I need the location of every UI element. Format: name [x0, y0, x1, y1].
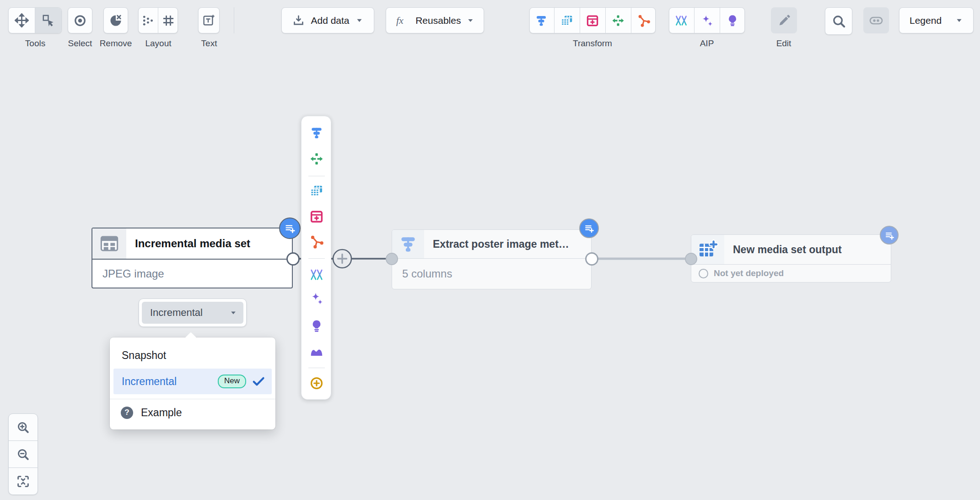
media-icon — [309, 344, 324, 359]
zoom-fit-button[interactable] — [9, 467, 38, 495]
palette-media-button[interactable] — [309, 343, 324, 359]
branch-icon — [637, 14, 651, 27]
menu-item-example[interactable]: ? Example — [110, 399, 275, 426]
aip-suggest-button[interactable] — [720, 8, 745, 33]
reusables-label: Reusables — [415, 15, 461, 26]
node1-icon-cell — [92, 228, 126, 259]
note-add-badge-icon — [884, 230, 895, 241]
node-extract-poster-image[interactable]: Extract poster image met… 5 columns — [392, 229, 592, 289]
transform-palette — [301, 116, 331, 400]
menu-item-snapshot[interactable]: Snapshot — [110, 343, 275, 368]
node2-output-port[interactable] — [585, 252, 598, 266]
node2-header: Extract poster image met… — [392, 230, 591, 259]
reusables-button[interactable]: fx Reusables — [386, 7, 484, 33]
aip-logo-icon — [309, 267, 324, 282]
caret-down-icon — [230, 309, 237, 316]
zoom-in-button[interactable] — [9, 414, 38, 440]
add-column-button[interactable] — [580, 8, 605, 33]
add-data-button[interactable]: Add data — [281, 7, 374, 33]
palette-aip-suggest-button[interactable] — [309, 318, 324, 334]
branch-icon — [309, 234, 324, 249]
menu-item-snapshot-label: Snapshot — [122, 349, 166, 362]
layout-label: Layout — [145, 38, 171, 49]
mode-dropdown-button[interactable]: Incremental — [139, 299, 247, 327]
palette-join-button[interactable] — [309, 183, 324, 199]
mode-dropdown-value: Incremental — [150, 307, 203, 319]
palette-pivot-button[interactable] — [309, 151, 324, 167]
palette-add-more-button[interactable] — [309, 375, 324, 391]
palette-aip-logic-button[interactable] — [309, 267, 324, 283]
zoom-out-icon — [16, 448, 30, 461]
aip-button-group — [669, 7, 745, 33]
zoom-out-button[interactable] — [9, 440, 38, 467]
new-badge: New — [218, 375, 246, 388]
fit-screen-icon — [16, 475, 30, 488]
add-circle-icon — [309, 376, 324, 391]
node1-output-port[interactable] — [286, 252, 300, 266]
mode-dropdown-pill: Incremental — [142, 302, 243, 324]
transform-button-group — [529, 7, 656, 33]
menu-item-incremental[interactable]: Incremental New — [113, 369, 272, 394]
caret-down-icon — [467, 16, 474, 24]
node1-add-note-badge[interactable] — [279, 217, 301, 239]
palette-aip-generate-button[interactable] — [309, 291, 324, 306]
search-icon — [832, 14, 846, 28]
node2-input-port[interactable] — [386, 253, 398, 265]
minimap-toggle-button[interactable] — [863, 7, 889, 33]
pivot-button[interactable] — [605, 8, 631, 33]
move-tool-button[interactable] — [8, 8, 35, 33]
tools-button-group — [8, 7, 62, 33]
node-new-media-set-output[interactable]: New media set output Not yet deployed — [691, 234, 891, 283]
zoom-controls — [8, 413, 38, 495]
select-tool-button[interactable] — [35, 8, 62, 33]
toggle-icon — [868, 13, 884, 28]
transform-icon — [534, 14, 548, 27]
layout-button-group — [138, 7, 178, 33]
node2-icon-cell — [392, 230, 424, 258]
transform-button[interactable] — [529, 8, 554, 33]
union-button[interactable] — [631, 8, 656, 33]
edit-label: Edit — [776, 38, 792, 49]
layout-grid-button[interactable] — [158, 8, 178, 33]
caret-down-icon — [955, 16, 963, 24]
select-button[interactable] — [68, 7, 92, 33]
menu-item-incremental-label: Incremental — [122, 375, 177, 388]
node2-add-note-badge[interactable] — [579, 218, 599, 238]
download-icon — [292, 14, 305, 27]
sparkles-icon — [309, 291, 324, 306]
swap-columns-icon — [309, 152, 324, 166]
text-button[interactable] — [198, 7, 220, 33]
layout-grid-icon — [162, 14, 175, 27]
layout-dots-button[interactable] — [138, 8, 158, 33]
node3-title: New media set output — [724, 235, 842, 264]
palette-union-button[interactable] — [309, 234, 324, 250]
remove-label: Remove — [100, 38, 132, 49]
node3-add-note-badge[interactable] — [880, 226, 899, 245]
aip-logic-button[interactable] — [669, 8, 694, 33]
palette-divider — [308, 258, 325, 259]
media-set-output-icon — [697, 239, 718, 260]
pencil-icon — [777, 14, 791, 27]
palette-transform-button[interactable] — [309, 125, 324, 141]
remove-icon — [109, 14, 123, 27]
select-label: Select — [68, 38, 92, 49]
sparkles-icon — [700, 14, 714, 27]
node2-title: Extract poster image met… — [424, 230, 569, 258]
node3-header: New media set output — [691, 235, 891, 265]
node-incremental-media-set[interactable]: Incremental media set JPEG image — [92, 228, 293, 288]
join-tables-button[interactable] — [554, 8, 580, 33]
node3-input-port[interactable] — [685, 253, 697, 265]
aip-generate-button[interactable] — [694, 8, 720, 33]
caret-down-icon — [355, 16, 363, 24]
remove-button[interactable] — [103, 7, 128, 33]
legend-button[interactable]: Legend — [899, 7, 974, 33]
palette-add-column-button[interactable] — [309, 209, 324, 224]
node3-status-row: Not yet deployed — [691, 265, 891, 282]
cursor-select-icon — [42, 14, 55, 27]
search-button[interactable] — [825, 7, 852, 35]
edit-button[interactable] — [771, 7, 797, 33]
calendar-add-icon — [309, 209, 324, 224]
fx-icon: fx — [395, 14, 409, 27]
layout-dots-icon — [142, 14, 155, 27]
add-on-edge-button[interactable] — [333, 250, 351, 268]
